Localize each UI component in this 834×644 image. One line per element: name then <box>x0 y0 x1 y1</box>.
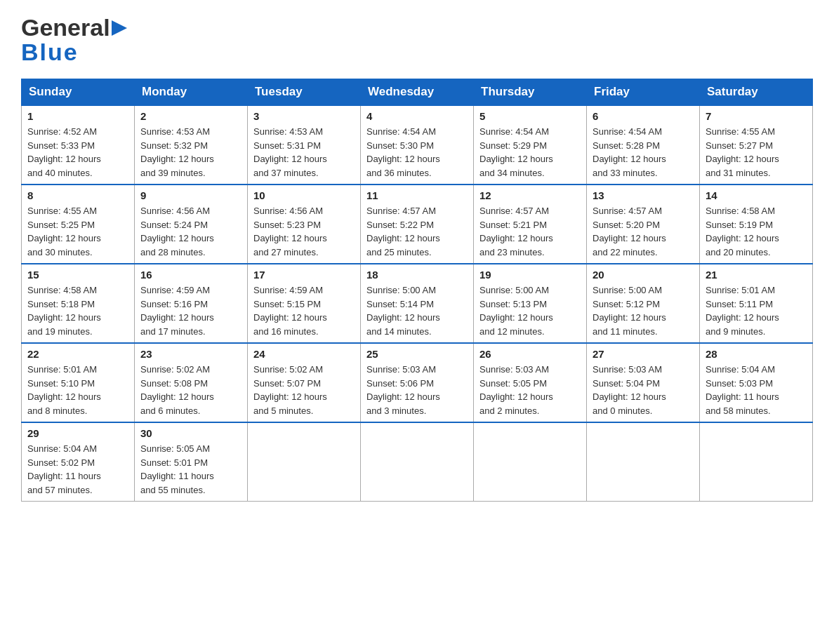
day-number: 30 <box>140 427 241 439</box>
sunrise-label: Sunrise: 5:05 AM <box>140 443 210 454</box>
sunrise-label: Sunrise: 5:04 AM <box>27 443 97 454</box>
sunset-label: Sunset: 5:01 PM <box>140 457 208 468</box>
day-info: Sunrise: 5:04 AM Sunset: 5:03 PM Dayligh… <box>706 363 807 417</box>
calendar-cell: 27 Sunrise: 5:03 AM Sunset: 5:04 PM Dayl… <box>587 343 700 422</box>
day-number: 2 <box>140 110 241 122</box>
sunrise-label: Sunrise: 4:54 AM <box>479 126 549 137</box>
day-number: 4 <box>366 110 468 122</box>
sunrise-label: Sunrise: 4:58 AM <box>27 285 97 295</box>
sunrise-label: Sunrise: 4:58 AM <box>706 206 775 216</box>
sunset-label: Sunset: 5:32 PM <box>140 140 208 151</box>
daylight-label: Daylight: 12 hoursand 40 minutes. <box>27 154 101 178</box>
sunrise-label: Sunrise: 5:00 AM <box>593 285 662 295</box>
day-info: Sunrise: 5:02 AM Sunset: 5:07 PM Dayligh… <box>253 363 355 417</box>
calendar-cell: 13 Sunrise: 4:57 AM Sunset: 5:20 PM Dayl… <box>587 185 700 264</box>
sunrise-label: Sunrise: 4:52 AM <box>27 126 97 137</box>
calendar-cell: 3 Sunrise: 4:53 AM Sunset: 5:31 PM Dayli… <box>248 105 361 185</box>
day-number: 29 <box>27 427 128 439</box>
day-info: Sunrise: 5:05 AM Sunset: 5:01 PM Dayligh… <box>140 442 241 497</box>
calendar-cell: 23 Sunrise: 5:02 AM Sunset: 5:08 PM Dayl… <box>135 343 248 422</box>
day-number: 10 <box>253 189 355 201</box>
calendar-week-row: 15 Sunrise: 4:58 AM Sunset: 5:18 PM Dayl… <box>22 264 813 343</box>
sunset-label: Sunset: 5:27 PM <box>706 140 773 151</box>
calendar-cell: 12 Sunrise: 4:57 AM Sunset: 5:21 PM Dayl… <box>474 185 587 264</box>
daylight-label: Daylight: 12 hoursand 36 minutes. <box>366 154 440 178</box>
sunset-label: Sunset: 5:22 PM <box>366 220 434 230</box>
weekday-header-wednesday: Wednesday <box>361 79 474 106</box>
day-info: Sunrise: 4:55 AM Sunset: 5:27 PM Dayligh… <box>706 125 807 180</box>
daylight-label: Daylight: 12 hoursand 2 minutes. <box>479 391 553 416</box>
calendar-cell: 19 Sunrise: 5:00 AM Sunset: 5:13 PM Dayl… <box>474 264 587 343</box>
day-number: 22 <box>27 348 128 360</box>
day-info: Sunrise: 4:56 AM Sunset: 5:24 PM Dayligh… <box>140 204 241 259</box>
day-number: 20 <box>593 269 694 281</box>
day-info: Sunrise: 5:00 AM Sunset: 5:13 PM Dayligh… <box>479 283 581 338</box>
sunset-label: Sunset: 5:18 PM <box>27 299 95 309</box>
calendar-cell <box>361 422 474 502</box>
daylight-label: Daylight: 12 hoursand 25 minutes. <box>366 233 440 257</box>
daylight-label: Daylight: 12 hoursand 39 minutes. <box>140 154 214 178</box>
day-info: Sunrise: 4:54 AM Sunset: 5:30 PM Dayligh… <box>366 125 468 180</box>
sunset-label: Sunset: 5:06 PM <box>366 378 434 389</box>
daylight-label: Daylight: 12 hoursand 34 minutes. <box>479 154 553 178</box>
day-info: Sunrise: 4:59 AM Sunset: 5:15 PM Dayligh… <box>253 283 355 338</box>
sunrise-label: Sunrise: 4:59 AM <box>140 285 210 295</box>
calendar-cell <box>587 422 700 502</box>
sunset-label: Sunset: 5:12 PM <box>593 299 660 309</box>
sunrise-label: Sunrise: 5:04 AM <box>706 364 775 375</box>
calendar-cell: 11 Sunrise: 4:57 AM Sunset: 5:22 PM Dayl… <box>361 185 474 264</box>
weekday-header-tuesday: Tuesday <box>248 79 361 106</box>
day-number: 19 <box>479 269 581 281</box>
day-number: 25 <box>366 348 468 360</box>
calendar-cell: 8 Sunrise: 4:55 AM Sunset: 5:25 PM Dayli… <box>22 185 135 264</box>
daylight-label: Daylight: 12 hoursand 30 minutes. <box>27 233 101 257</box>
sunrise-label: Sunrise: 4:56 AM <box>140 206 210 216</box>
sunset-label: Sunset: 5:10 PM <box>27 378 95 389</box>
day-number: 8 <box>27 189 128 201</box>
sunrise-label: Sunrise: 4:59 AM <box>253 285 323 295</box>
daylight-label: Daylight: 11 hoursand 58 minutes. <box>706 391 779 416</box>
sunset-label: Sunset: 5:21 PM <box>479 220 547 230</box>
logo: General Blue <box>21 14 127 66</box>
daylight-label: Daylight: 12 hoursand 22 minutes. <box>593 233 666 257</box>
daylight-label: Daylight: 12 hoursand 16 minutes. <box>253 312 327 337</box>
day-info: Sunrise: 4:57 AM Sunset: 5:21 PM Dayligh… <box>479 204 581 259</box>
daylight-label: Daylight: 12 hoursand 5 minutes. <box>253 391 327 416</box>
daylight-label: Daylight: 12 hoursand 23 minutes. <box>479 233 553 257</box>
sunrise-label: Sunrise: 5:02 AM <box>253 364 323 375</box>
day-number: 18 <box>366 269 468 281</box>
calendar-cell: 14 Sunrise: 4:58 AM Sunset: 5:19 PM Dayl… <box>700 185 813 264</box>
daylight-label: Daylight: 12 hoursand 19 minutes. <box>27 312 101 337</box>
day-info: Sunrise: 5:02 AM Sunset: 5:08 PM Dayligh… <box>140 363 241 417</box>
calendar-cell: 20 Sunrise: 5:00 AM Sunset: 5:12 PM Dayl… <box>587 264 700 343</box>
day-number: 6 <box>593 110 694 122</box>
logo-triangle-icon <box>112 20 127 36</box>
calendar-cell: 2 Sunrise: 4:53 AM Sunset: 5:32 PM Dayli… <box>135 105 248 185</box>
day-info: Sunrise: 4:52 AM Sunset: 5:33 PM Dayligh… <box>27 125 128 180</box>
calendar-cell: 28 Sunrise: 5:04 AM Sunset: 5:03 PM Dayl… <box>700 343 813 422</box>
day-info: Sunrise: 4:55 AM Sunset: 5:25 PM Dayligh… <box>27 204 128 259</box>
daylight-label: Daylight: 12 hoursand 9 minutes. <box>706 312 779 337</box>
weekday-header-thursday: Thursday <box>474 79 587 106</box>
day-info: Sunrise: 4:56 AM Sunset: 5:23 PM Dayligh… <box>253 204 355 259</box>
day-number: 12 <box>479 189 581 201</box>
sunset-label: Sunset: 5:23 PM <box>253 220 321 230</box>
sunset-label: Sunset: 5:33 PM <box>27 140 95 151</box>
sunset-label: Sunset: 5:16 PM <box>140 299 208 309</box>
daylight-label: Daylight: 12 hoursand 37 minutes. <box>253 154 327 178</box>
sunrise-label: Sunrise: 4:57 AM <box>479 206 549 216</box>
sunrise-label: Sunrise: 5:03 AM <box>479 364 549 375</box>
day-number: 26 <box>479 348 581 360</box>
sunset-label: Sunset: 5:24 PM <box>140 220 208 230</box>
calendar-cell: 7 Sunrise: 4:55 AM Sunset: 5:27 PM Dayli… <box>700 105 813 185</box>
sunset-label: Sunset: 5:04 PM <box>593 378 660 389</box>
day-info: Sunrise: 5:03 AM Sunset: 5:05 PM Dayligh… <box>479 363 581 417</box>
day-info: Sunrise: 5:00 AM Sunset: 5:14 PM Dayligh… <box>366 283 468 338</box>
calendar-cell: 4 Sunrise: 4:54 AM Sunset: 5:30 PM Dayli… <box>361 105 474 185</box>
sunrise-label: Sunrise: 4:53 AM <box>253 126 323 137</box>
sunset-label: Sunset: 5:19 PM <box>706 220 773 230</box>
day-number: 14 <box>706 189 807 201</box>
calendar-cell: 26 Sunrise: 5:03 AM Sunset: 5:05 PM Dayl… <box>474 343 587 422</box>
logo-general: General <box>21 14 110 41</box>
calendar-cell <box>248 422 361 502</box>
